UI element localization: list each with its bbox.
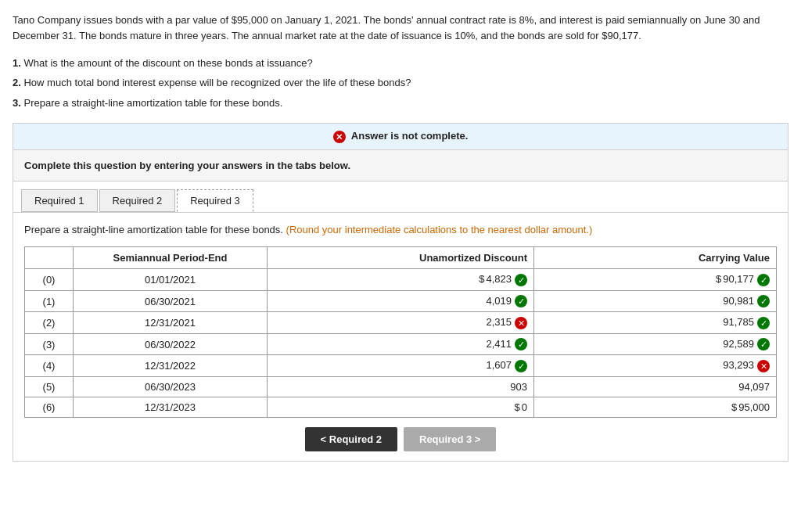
tabs: Required 1 Required 2 Required 3 bbox=[21, 189, 780, 212]
tab-required-1[interactable]: Required 1 bbox=[21, 189, 98, 212]
banner-text: ✕ Answer is not complete. bbox=[333, 130, 469, 142]
carrying-value: 92,589 bbox=[723, 338, 754, 350]
cell-period: (2) bbox=[25, 312, 74, 334]
cell-period: (5) bbox=[25, 377, 74, 397]
discount-value: 4,823 bbox=[486, 273, 512, 285]
required-2-button[interactable]: < Required 2 bbox=[305, 427, 397, 451]
cell-period: (6) bbox=[25, 397, 74, 418]
cell-date: 06/30/2023 bbox=[74, 377, 268, 397]
cell-date: 12/31/2022 bbox=[74, 355, 268, 377]
cell-period: (3) bbox=[25, 333, 74, 355]
table-row: (1)06/30/20214,019✓90,981✓ bbox=[25, 290, 777, 312]
discount-x-icon: ✕ bbox=[515, 317, 527, 329]
instruction-text: Prepare a straight-line amortization tab… bbox=[24, 222, 777, 238]
question-1: 1. What is the amount of the discount on… bbox=[13, 54, 788, 72]
complete-box: Complete this question by entering your … bbox=[13, 149, 788, 181]
table-row: (2)12/31/20212,315✕91,785✓ bbox=[25, 312, 777, 334]
carrying-value: 95,000 bbox=[738, 401, 770, 413]
col-header-period bbox=[25, 247, 74, 269]
cell-carrying: 92,589✓ bbox=[534, 333, 777, 355]
discount-value: 903 bbox=[510, 381, 527, 393]
carrying-value: 93,293 bbox=[723, 359, 754, 371]
cell-date: 12/31/2021 bbox=[74, 312, 268, 334]
complete-text: Complete this question by entering your … bbox=[24, 160, 777, 171]
content-area: Prepare a straight-line amortization tab… bbox=[13, 212, 788, 462]
col-header-carrying: Carrying Value bbox=[534, 247, 777, 269]
carrying-check-icon: ✓ bbox=[757, 295, 770, 307]
questions-section: 1. What is the amount of the discount on… bbox=[13, 54, 788, 112]
carrying-dollar: $ bbox=[716, 273, 721, 285]
answer-banner: ✕ Answer is not complete. bbox=[13, 123, 788, 149]
discount-value: 2,315 bbox=[486, 316, 512, 328]
cell-period: (4) bbox=[25, 355, 74, 377]
col-header-discount: Unamortized Discount bbox=[268, 247, 534, 269]
carrying-check-icon: ✓ bbox=[757, 338, 770, 350]
carrying-value: 94,097 bbox=[738, 381, 770, 393]
cell-carrying: 91,785✓ bbox=[534, 312, 777, 334]
discount-check-icon: ✓ bbox=[515, 360, 527, 372]
x-icon: ✕ bbox=[333, 131, 346, 143]
discount-value: 4,019 bbox=[486, 295, 512, 307]
discount-dollar: $ bbox=[515, 401, 520, 413]
cell-period: (0) bbox=[25, 269, 74, 291]
question-2: 2. How much total bond interest expense … bbox=[13, 74, 788, 92]
carrying-x-icon: ✕ bbox=[757, 360, 770, 372]
cell-carrying: 93,293✕ bbox=[534, 355, 777, 377]
instruction-note: (Round your intermediate calculations to… bbox=[286, 224, 593, 235]
cell-period: (1) bbox=[25, 290, 74, 312]
carrying-check-icon: ✓ bbox=[757, 317, 770, 329]
tabs-container: Required 1 Required 2 Required 3 bbox=[13, 181, 788, 212]
cell-discount: 2,411✓ bbox=[268, 333, 534, 355]
cell-date: 06/30/2021 bbox=[74, 290, 268, 312]
col-header-date: Semiannual Period-End bbox=[74, 247, 268, 269]
table-row: (5)06/30/202390394,097 bbox=[25, 377, 777, 397]
table-row: (6)12/31/2023$0$95,000 bbox=[25, 397, 777, 418]
question-3: 3. Prepare a straight-line amortization … bbox=[13, 94, 788, 112]
discount-dollar: $ bbox=[479, 273, 484, 285]
cell-discount: 2,315✕ bbox=[268, 312, 534, 334]
discount-check-icon: ✓ bbox=[515, 295, 527, 307]
nav-buttons: < Required 2 Required 3 > bbox=[24, 427, 777, 451]
carrying-value: 90,981 bbox=[723, 295, 754, 307]
cell-carrying: 94,097 bbox=[534, 377, 777, 397]
carrying-dollar: $ bbox=[731, 401, 737, 413]
carrying-value: 90,177 bbox=[723, 273, 754, 285]
tab-required-3[interactable]: Required 3 bbox=[177, 189, 253, 212]
discount-check-icon: ✓ bbox=[515, 338, 527, 350]
cell-discount: $4,823✓ bbox=[268, 269, 534, 291]
intro-text: Tano Company issues bonds with a par val… bbox=[13, 13, 788, 43]
tab-required-2[interactable]: Required 2 bbox=[99, 189, 176, 212]
cell-carrying: $95,000 bbox=[534, 397, 777, 418]
carrying-value: 91,785 bbox=[723, 316, 754, 328]
table-row: (0)01/01/2021$4,823✓$90,177✓ bbox=[25, 269, 777, 291]
discount-value: 1,607 bbox=[486, 359, 512, 371]
cell-date: 12/31/2023 bbox=[74, 397, 268, 418]
discount-value: 2,411 bbox=[486, 338, 512, 350]
cell-carrying: $90,177✓ bbox=[534, 269, 777, 291]
table-row: (4)12/31/20221,607✓93,293✕ bbox=[25, 355, 777, 377]
carrying-check-icon: ✓ bbox=[757, 274, 770, 286]
cell-discount: $0 bbox=[268, 397, 534, 418]
cell-discount: 1,607✓ bbox=[268, 355, 534, 377]
cell-discount: 4,019✓ bbox=[268, 290, 534, 312]
discount-value: 0 bbox=[522, 401, 527, 413]
cell-date: 06/30/2022 bbox=[74, 333, 268, 355]
discount-check-icon: ✓ bbox=[515, 274, 527, 286]
amortization-table: Semiannual Period-End Unamortized Discou… bbox=[24, 246, 777, 418]
table-row: (3)06/30/20222,411✓92,589✓ bbox=[25, 333, 777, 355]
cell-discount: 903 bbox=[268, 377, 534, 397]
cell-carrying: 90,981✓ bbox=[534, 290, 777, 312]
required-3-button[interactable]: Required 3 > bbox=[404, 427, 496, 451]
cell-date: 01/01/2021 bbox=[74, 269, 268, 291]
